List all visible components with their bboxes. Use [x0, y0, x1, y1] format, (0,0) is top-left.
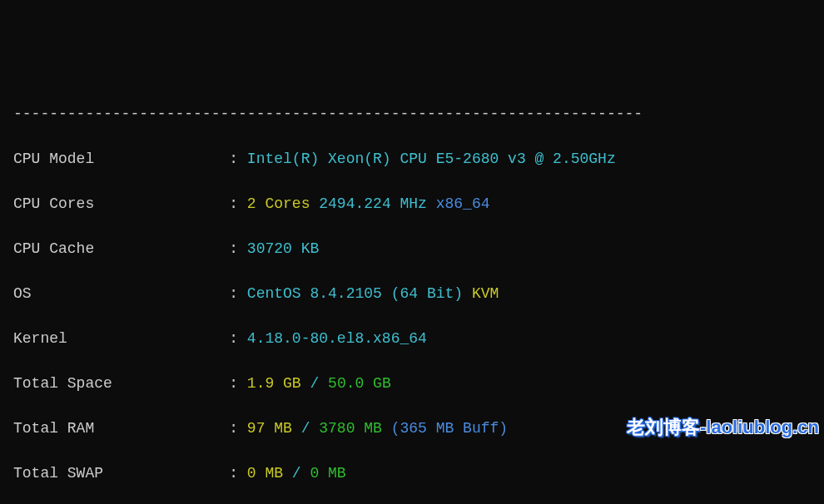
total-swap-row: Total SWAP: 0 MB / 0 MB — [13, 462, 811, 485]
os-name: CentOS 8.4.2105 (64 Bit) — [247, 285, 472, 302]
cpu-model-label: CPU Model — [13, 148, 229, 170]
cpu-cores-row: CPU Cores: 2 Cores 2494.224 MHz x86_64 — [13, 193, 811, 215]
os-label: OS — [13, 283, 229, 305]
swap-sep: / — [292, 465, 310, 482]
space-used: 1.9 GB — [247, 375, 310, 392]
total-ram-label: Total RAM — [13, 418, 229, 440]
total-ram-row: Total RAM: 97 MB / 3780 MB (365 MB Buff) — [13, 418, 811, 440]
kernel-value: 4.18.0-80.el8.x86_64 — [247, 330, 427, 347]
cpu-cores-freq: 2494.224 MHz — [319, 195, 435, 212]
cpu-cores-label: CPU Cores — [13, 193, 229, 215]
kernel-row: Kernel: 4.18.0-80.el8.x86_64 — [13, 328, 811, 350]
os-row: OS: CentOS 8.4.2105 (64 Bit) KVM — [13, 283, 811, 305]
space-total: 50.0 GB — [328, 375, 391, 392]
total-space-row: Total Space: 1.9 GB / 50.0 GB — [13, 373, 811, 395]
cpu-cores-count: 2 Cores — [247, 195, 319, 212]
kernel-label: Kernel — [13, 328, 229, 350]
ram-total: 3780 MB — [319, 420, 390, 437]
ram-used: 97 MB — [247, 420, 301, 437]
total-swap-label: Total SWAP — [13, 462, 229, 485]
cpu-cache-label: CPU Cache — [13, 238, 229, 260]
total-space-label: Total Space — [13, 373, 229, 395]
cpu-model-value: Intel(R) Xeon(R) CPU E5-2680 v3 @ 2.50GH… — [247, 151, 616, 167]
os-virt: KVM — [472, 285, 499, 302]
cpu-cache-row: CPU Cache: 30720 KB — [13, 238, 811, 260]
space-sep: / — [310, 375, 328, 392]
ram-buff: (365 MB Buff) — [391, 420, 508, 437]
swap-total: 0 MB — [310, 465, 345, 482]
cpu-model-row: CPU Model: Intel(R) Xeon(R) CPU E5-2680 … — [13, 148, 811, 170]
swap-used: 0 MB — [247, 465, 292, 482]
cpu-cache-value: 30720 KB — [247, 240, 319, 257]
ram-sep: / — [301, 420, 320, 437]
separator-top: ----------------------------------------… — [13, 103, 811, 126]
cpu-cores-arch: x86_64 — [436, 195, 490, 212]
